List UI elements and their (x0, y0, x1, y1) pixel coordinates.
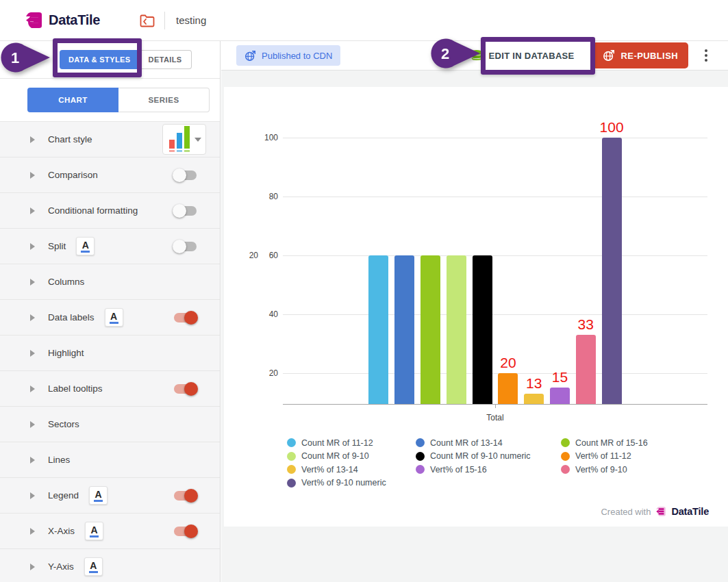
bar-count-mr-of-9-10[interactable] (447, 255, 466, 404)
font-style-icon[interactable]: A (105, 308, 123, 327)
sidebar-row-chart-style[interactable]: Chart style (0, 122, 220, 157)
folder-back-icon[interactable] (140, 14, 155, 27)
bar-count-mr-of-15-16[interactable] (421, 255, 440, 404)
font-style-icon[interactable]: A (85, 522, 103, 540)
expand-caret-icon[interactable] (30, 172, 35, 179)
expand-caret-icon[interactable] (30, 528, 35, 535)
chart-style-picker[interactable] (162, 124, 206, 155)
sidebar-row-label: Legend (48, 490, 79, 501)
sidebar-row-label: Columns (48, 277, 84, 287)
font-a-glyph: A (90, 561, 97, 570)
subtab-series[interactable]: SERIES (118, 88, 210, 112)
expand-caret-icon[interactable] (30, 136, 35, 143)
expand-caret-icon[interactable] (30, 421, 35, 428)
sidebar-row-x-axis[interactable]: X-AxisA (0, 514, 220, 549)
toggle-data-labels-on[interactable] (173, 311, 198, 325)
sidebar-row-sectors[interactable]: Sectors (0, 407, 220, 442)
legend-item-vert-of-13-14: Vert% of 13-14 (287, 463, 416, 477)
legend-item-vert-of-9-10: Vert% of 9-10 (561, 463, 690, 477)
sidebar-subtab-bar: CHART SERIES (0, 79, 220, 122)
x-axis-tick (495, 404, 496, 408)
bar-count-mr-of-9-10-numeric[interactable] (473, 255, 492, 404)
sidebar-row-y-axis[interactable]: Y-AxisA (0, 549, 220, 582)
legend-color-dot (287, 465, 296, 474)
sidebar-row-label: Conditional formatting (48, 205, 138, 216)
toggle-knob (184, 382, 198, 396)
y-axis-tick-label: 100 (258, 133, 278, 142)
bar-vert-of-9-10-numeric[interactable] (602, 138, 622, 404)
sidebar-row-label-tooltips[interactable]: Label tooltips (0, 371, 220, 407)
font-underline (89, 571, 98, 573)
bar-count-mr-of-11-12[interactable] (368, 255, 388, 404)
legend-color-dot (287, 479, 296, 488)
expand-caret-icon[interactable] (30, 564, 35, 570)
chart-card: Count MR of 11-12Count MR of 13-14Count … (224, 87, 728, 527)
bar-chart-style-icon (169, 127, 190, 152)
published-chip-label: Published to CDN (262, 51, 332, 61)
font-underline (94, 500, 103, 502)
datatile-logo[interactable]: DataTile (25, 11, 100, 29)
sidebar-row-split[interactable]: SplitA (0, 229, 220, 264)
expand-caret-icon[interactable] (30, 207, 35, 214)
sidebar-row-label: Label tooltips (48, 383, 103, 394)
sidebar-row-label: Highlight (48, 348, 84, 358)
re-publish-button[interactable]: RE-PUBLISH (592, 42, 688, 68)
nav-divider (164, 12, 165, 29)
sidebar-row-comparison[interactable]: Comparison (0, 157, 220, 193)
toggle-comparison-off[interactable] (173, 168, 198, 182)
toggle-conditional-formatting-off[interactable] (173, 204, 198, 218)
bar-vert-of-15-16[interactable] (550, 388, 570, 404)
bar-vert-of-9-10[interactable] (576, 335, 596, 404)
toggle-x-axis-on[interactable] (173, 524, 198, 538)
font-a-glyph: A (110, 312, 117, 321)
tab-details[interactable]: DETAILS (140, 50, 192, 69)
footer-brand-name: DataTile (671, 506, 709, 517)
font-style-icon[interactable]: A (89, 486, 108, 505)
subtab-chart[interactable]: CHART (27, 88, 118, 112)
font-style-icon[interactable]: A (84, 557, 103, 576)
chevron-down-icon[interactable] (194, 138, 201, 142)
sidebar-row-highlight[interactable]: Highlight (0, 336, 220, 371)
font-underline (110, 322, 118, 324)
y-axis-tick-label: 20 (258, 368, 278, 378)
font-style-icon[interactable]: A (76, 237, 95, 255)
legend-label: Vert% of 9-10 numeric (301, 478, 386, 488)
legend-item-vert-of-11-12: Vert% of 11-12 (561, 450, 690, 464)
sidebar-row-label: Chart style (48, 134, 92, 144)
data-label-vert-of-15-16: 15 (538, 369, 582, 385)
brand-name: DataTile (49, 12, 100, 28)
sidebar-row-columns[interactable]: Columns (0, 264, 220, 300)
edit-in-database-button[interactable]: EDIT IN DATABASE (461, 42, 584, 68)
legend-label: Vert% of 11-12 (575, 451, 631, 461)
sidebar-row-lines[interactable]: Lines (0, 442, 220, 478)
toggle-legend-on[interactable] (173, 489, 198, 503)
expand-caret-icon[interactable] (30, 457, 35, 464)
legend-item-vert-of-9-10-numeric: Vert% of 9-10 numeric (287, 477, 416, 490)
tab-data-and-styles[interactable]: DATA & STYLES (60, 50, 140, 69)
expand-caret-icon[interactable] (30, 243, 35, 250)
breadcrumb[interactable]: testing (176, 14, 206, 26)
toggle-split-off[interactable] (173, 240, 198, 253)
expand-caret-icon[interactable] (30, 350, 35, 357)
sidebar-row-legend[interactable]: LegendA (0, 478, 220, 514)
toggle-label-tooltips-on[interactable] (173, 382, 198, 396)
toggle-knob (184, 311, 198, 325)
more-options-kebab-menu[interactable] (701, 45, 712, 66)
data-label-vert-of-9-10-numeric: 100 (590, 119, 633, 136)
legend-item-count-mr-of-13-14: Count MR of 13-14 (416, 436, 561, 450)
toggle-knob (184, 524, 198, 538)
sidebar-accordion-list: Chart styleComparisonConditional formatt… (0, 122, 220, 582)
expand-caret-icon[interactable] (30, 314, 35, 321)
sidebar-row-label: Comparison (48, 170, 98, 180)
bar-vert-of-13-14[interactable] (524, 394, 544, 404)
toggle-knob (184, 489, 198, 503)
legend-color-dot (416, 465, 425, 474)
legend-color-dot (416, 452, 425, 461)
expand-caret-icon[interactable] (30, 492, 35, 499)
sidebar-row-conditional-formatting[interactable]: Conditional formatting (0, 193, 220, 229)
sidebar-row-data-labels[interactable]: Data labelsA (0, 300, 220, 336)
expand-caret-icon[interactable] (30, 385, 35, 392)
bar-count-mr-of-13-14[interactable] (394, 255, 414, 404)
published-to-cdn-chip[interactable]: Published to CDN (236, 45, 340, 66)
expand-caret-icon[interactable] (30, 279, 35, 286)
